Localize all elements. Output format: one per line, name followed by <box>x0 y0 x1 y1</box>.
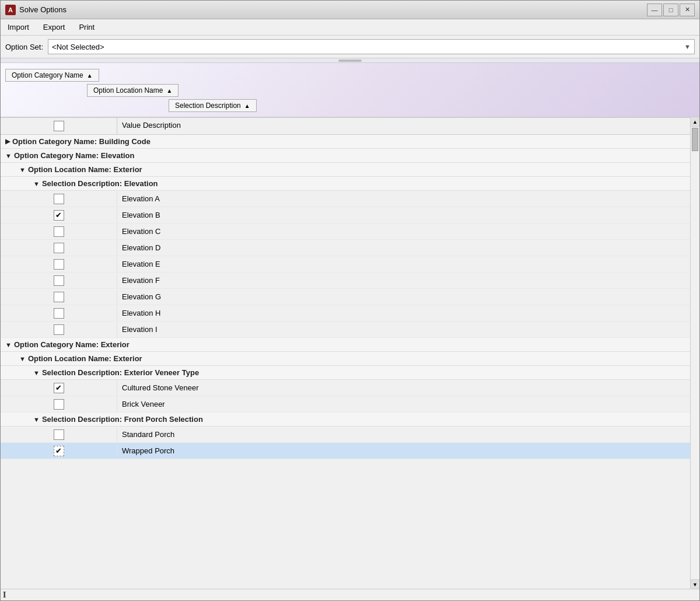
window-title: Solve Options <box>19 5 647 14</box>
value-elev-c: Elevation C <box>117 225 690 237</box>
group-label-exterior-location: Option Location Name: Exterior <box>28 354 142 363</box>
scroll-thumb[interactable] <box>692 128 698 151</box>
checkbox-elev-f[interactable] <box>54 275 64 286</box>
value-elev-e: Elevation E <box>117 258 690 270</box>
splitter[interactable] <box>1 58 699 63</box>
menu-export[interactable]: Export <box>41 22 68 33</box>
group-label-front-porch: Selection Description: Front Porch Selec… <box>42 415 203 424</box>
toggle-elevation[interactable]: ▼ <box>5 152 12 159</box>
location-header-button[interactable]: Option Location Name ▲ <box>87 84 178 97</box>
menu-bar: Import Export Print <box>1 19 699 36</box>
splitter-handle <box>338 60 362 62</box>
toggle-elevation-selection[interactable]: ▼ <box>33 180 40 187</box>
checkbox-elev-i[interactable] <box>54 324 64 335</box>
maximize-button[interactable]: □ <box>663 4 678 16</box>
scroll-up-button[interactable]: ▲ <box>691 117 699 127</box>
selection-header-button[interactable]: Selection Description ▲ <box>169 99 257 112</box>
check-col-brick <box>1 397 117 412</box>
group-header-elevation: ▼ Option Category Name: Elevation <box>1 149 690 163</box>
menu-print[interactable]: Print <box>76 22 97 33</box>
vertical-scrollbar[interactable]: ▲ ▼ <box>690 117 699 589</box>
option-set-label: Option Set: <box>5 43 43 51</box>
value-elev-f: Elevation F <box>117 274 690 286</box>
dropdown-arrow-icon: ▼ <box>684 43 691 50</box>
data-grid-container: Value Description ▶ Option Category Name… <box>1 117 699 589</box>
col-header-row-3: Selection Description ▲ <box>169 99 695 112</box>
option-set-dropdown[interactable]: <Not Selected> ▼ <box>48 39 695 54</box>
value-elev-h: Elevation H <box>117 307 690 319</box>
column-headers-area: Option Category Name ▲ Option Location N… <box>1 63 699 117</box>
value-elev-b: Elevation B <box>117 209 690 221</box>
title-bar-buttons: — □ ✕ <box>647 4 695 16</box>
option-set-row: Option Set: <Not Selected> ▼ <box>1 36 699 58</box>
checkbox-elev-a[interactable] <box>54 194 64 204</box>
group-exterior: ▼ Option Category Name: Exterior ▼ Optio… <box>1 338 690 459</box>
check-col-elev-h <box>1 306 117 321</box>
row-elevation-g: Elevation G <box>1 289 690 305</box>
group-header-front-porch: ▼ Selection Description: Front Porch Sel… <box>1 413 690 427</box>
group-label-elevation-exterior: Option Location Name: Exterior <box>28 165 142 174</box>
value-brick-veneer: Brick Veneer <box>117 398 690 410</box>
checkbox-elev-c[interactable] <box>54 226 64 237</box>
check-col-elev-c <box>1 224 117 239</box>
toggle-exterior[interactable]: ▼ <box>5 341 12 348</box>
value-elev-i: Elevation I <box>117 323 690 336</box>
menu-import[interactable]: Import <box>5 22 32 33</box>
checkbox-elev-b[interactable]: ✔ <box>54 210 64 221</box>
row-elevation-b: ✔ Elevation B <box>1 207 690 223</box>
value-elev-a: Elevation A <box>117 193 690 205</box>
value-elev-g: Elevation G <box>117 291 690 303</box>
check-col-standard-porch <box>1 427 117 442</box>
toggle-front-porch[interactable]: ▼ <box>33 416 40 423</box>
check-col-elev-b: ✔ <box>1 208 117 223</box>
category-header-button[interactable]: Option Category Name ▲ <box>5 69 99 82</box>
checkbox-cultured-stone[interactable]: ✔ <box>54 383 64 393</box>
checkbox-brick-veneer[interactable] <box>54 399 64 410</box>
checkbox-elev-g[interactable] <box>54 292 64 302</box>
group-header-exterior: ▼ Option Category Name: Exterior <box>1 338 690 352</box>
col-header-row-2: Option Location Name ▲ <box>87 84 695 97</box>
row-elevation-d: Elevation D <box>1 240 690 256</box>
group-header-exterior-location: ▼ Option Location Name: Exterior <box>1 352 690 366</box>
group-elevation: ▼ Option Category Name: Elevation ▼ Opti… <box>1 149 690 338</box>
toggle-elevation-exterior[interactable]: ▼ <box>19 166 26 173</box>
checkbox-elev-h[interactable] <box>54 308 64 319</box>
row-elevation-i: Elevation I <box>1 322 690 338</box>
row-brick-veneer: Brick Veneer <box>1 396 690 413</box>
row-elevation-e: Elevation E <box>1 256 690 272</box>
check-col-wrapped-porch: ✔ <box>1 443 117 459</box>
checkbox-elev-d[interactable] <box>54 243 64 253</box>
checkbox-standard-porch[interactable] <box>54 429 64 440</box>
value-elev-d: Elevation D <box>117 242 690 254</box>
header-select-all-checkbox[interactable] <box>54 121 64 131</box>
toggle-building-code[interactable]: ▶ <box>5 138 10 145</box>
minimize-button[interactable]: — <box>647 4 662 16</box>
main-window: A Solve Options — □ ✕ Import Export Prin… <box>0 0 700 601</box>
row-cultured-stone: ✔ Cultured Stone Veneer <box>1 380 690 396</box>
check-col-elev-g <box>1 289 117 305</box>
option-set-value: <Not Selected> <box>52 43 104 51</box>
data-grid[interactable]: Value Description ▶ Option Category Name… <box>1 117 690 589</box>
value-cultured-stone: Cultured Stone Veneer <box>117 382 690 394</box>
check-col-elev-e <box>1 257 117 272</box>
checkbox-wrapped-porch[interactable]: ✔ <box>54 446 64 456</box>
row-standard-porch: Standard Porch <box>1 427 690 443</box>
close-button[interactable]: ✕ <box>680 4 695 16</box>
grid-header-checkbox-col <box>1 118 117 134</box>
check-col-elev-a <box>1 191 117 207</box>
title-bar: A Solve Options — □ ✕ <box>1 1 699 19</box>
toggle-veneer[interactable]: ▼ <box>33 369 40 376</box>
group-header-veneer: ▼ Selection Description: Exterior Veneer… <box>1 366 690 380</box>
value-wrapped-porch: Wrapped Porch <box>117 445 690 457</box>
location-sort-icon: ▲ <box>166 88 172 94</box>
row-elevation-h: Elevation H <box>1 305 690 322</box>
cursor-indicator: I <box>3 590 6 600</box>
scroll-down-button[interactable]: ▼ <box>691 579 699 589</box>
row-wrapped-porch: ✔ Wrapped Porch <box>1 443 690 459</box>
toggle-exterior-location[interactable]: ▼ <box>19 355 26 362</box>
row-elevation-a: Elevation A <box>1 191 690 207</box>
grid-header: Value Description <box>1 118 690 135</box>
group-label-veneer: Selection Description: Exterior Veneer T… <box>42 368 199 377</box>
col-header-row-1: Option Category Name ▲ <box>5 69 695 82</box>
checkbox-elev-e[interactable] <box>54 259 64 270</box>
